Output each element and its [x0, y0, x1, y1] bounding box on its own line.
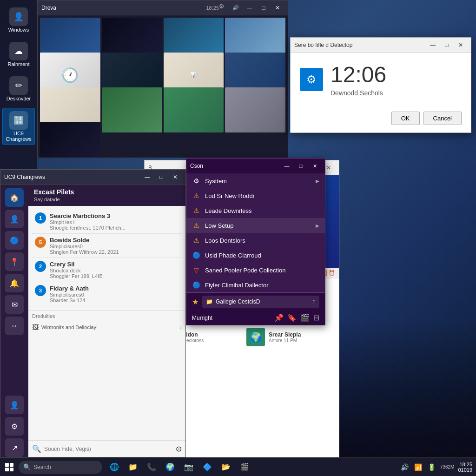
start-button[interactable]: [0, 458, 19, 476]
context-minimize-btn[interactable]: —: [280, 161, 293, 171]
app-sidebar-alert-icon[interactable]: 🔔: [5, 274, 24, 292]
app-minimize-btn[interactable]: —: [141, 172, 154, 182]
file-detail: Durecloross: [179, 338, 237, 343]
app-sidebar-settings-icon[interactable]: ⚙: [5, 417, 24, 436]
taskbar-icon-media[interactable]: 🎬: [236, 459, 253, 476]
sidebar-item-deskovder[interactable]: ✏ Deskovder: [2, 73, 35, 104]
tray-text: 7362M: [440, 464, 455, 469]
file-icon: 🌍: [246, 328, 265, 346]
dialog-buttons: OK Cancel: [291, 106, 471, 132]
contact-name: Fidary & Aath: [50, 285, 179, 292]
contact-list: 1 Searcie Marbctions 3 Simplt les l Shoo…: [28, 206, 185, 310]
file-info: Haldon Durecloross: [179, 331, 237, 343]
app-sidebar-user2-icon[interactable]: 👤: [5, 396, 24, 414]
gallery-volume-icon[interactable]: 🔊: [229, 3, 242, 13]
footer-input-text[interactable]: Gallegie CestcisD: [216, 298, 260, 305]
footer-section-label: Dredulties: [28, 310, 185, 322]
menu-item-saned[interactable]: ▽ Saned Pooler Pode Collection: [186, 263, 325, 278]
bookmark-icon[interactable]: 🔖: [287, 313, 297, 322]
contact-item[interactable]: 2 Crery Sil Shoutca dock Shoggler Fer 19…: [32, 258, 182, 282]
bottom-search-input[interactable]: [44, 446, 173, 452]
system-icon: ⚙: [192, 177, 200, 185]
dialog-ok-btn[interactable]: OK: [391, 112, 420, 125]
dialog-controls: — □ ✕: [426, 40, 467, 50]
gallery-minimize-btn[interactable]: —: [243, 3, 256, 13]
low-setup-arrow-icon: ▶: [316, 223, 319, 228]
app-close-btn[interactable]: ✕: [169, 172, 182, 182]
bottom-search-bar[interactable]: 🔍 ⊙: [28, 440, 185, 457]
taskbar-icon-browser[interactable]: 🌐: [106, 459, 123, 476]
app-sidebar-transfer-icon[interactable]: ↔: [5, 317, 24, 335]
battery-tray-icon[interactable]: 🔋: [427, 463, 436, 472]
taskbar-icon-folder[interactable]: 📂: [218, 459, 234, 476]
gallery-settings-icon[interactable]: ⚙: [219, 3, 225, 13]
network-tray-icon[interactable]: 📶: [413, 463, 423, 472]
camera-icon[interactable]: 🎬: [300, 313, 310, 322]
taskbar-icon-app1[interactable]: 🔷: [199, 459, 216, 476]
contact-info: Crery Sil Shoutca dock Shoggler Fer 199,…: [50, 261, 179, 279]
contact-item[interactable]: 5 Bowids Solde Simplicisures0 Shnglen Fe…: [32, 234, 182, 258]
search-submit-icon[interactable]: ⊙: [176, 444, 182, 453]
dialog-minimize-btn[interactable]: —: [426, 40, 439, 50]
grid-icon[interactable]: ⊟: [313, 313, 319, 322]
dialog-maximize-btn[interactable]: □: [440, 40, 453, 50]
menu-item-system[interactable]: ⚙ Systtem ▶: [186, 173, 325, 188]
footer-action-icons: 📌 🔖 🎬 ⊟: [274, 313, 319, 322]
dialog-description: Dewnodd Sechols: [331, 89, 386, 97]
contact-info: Fidary & Aath Simplcitisures0 Sharder Sv…: [50, 285, 179, 303]
sidebar-item-uc9[interactable]: 🔢 UC9 Changrews: [2, 108, 35, 145]
usid-icon: 🔵: [192, 251, 200, 259]
app-sidebar-share-icon[interactable]: ↗: [5, 438, 24, 457]
photo-thumb[interactable]: [164, 87, 224, 132]
menu-item-usid[interactable]: 🔵 Usid Phade Clarroud: [186, 248, 325, 263]
contact-item[interactable]: 1 Searcie Marbctions 3 Simplt les l Shoo…: [32, 210, 182, 234]
dialog-titlebar: Sere bo fifle d Detectop — □ ✕: [291, 38, 471, 53]
rainment-icon: ☁: [9, 42, 28, 60]
photo-thumb[interactable]: [40, 122, 100, 158]
app-sub-header: Say datade: [34, 197, 180, 202]
taskbar-search-bar[interactable]: 🔍 Search: [19, 461, 102, 474]
volume-tray-icon[interactable]: 🔊: [400, 463, 410, 472]
app-content: Excast Pilets Say datade 1 Searcie Marbc…: [28, 185, 185, 457]
contact-detail: Simplcitisures0: [50, 292, 179, 298]
app-maximize-btn[interactable]: □: [155, 172, 168, 182]
footer-folder-icon: 📁: [206, 298, 213, 305]
menu-item-fiyler[interactable]: 🔵 Fiyler Climibal Dallector: [186, 278, 325, 292]
gallery-close-btn[interactable]: ✕: [271, 3, 284, 13]
app-window: UC9 Changrews — □ ✕ 🏠 👤 🔵 📍 🔔 ✉ ↔ 👤 ⚙ ↗ …: [0, 169, 186, 457]
pin-icon[interactable]: 📌: [274, 313, 284, 322]
menu-item-lod[interactable]: ⚠ Lod Sr New Roddr: [186, 188, 325, 203]
taskbar-clock[interactable]: 18:25 01019: [458, 462, 472, 473]
app-sidebar-contacts-icon[interactable]: 👤: [5, 210, 24, 228]
menu-item-loos[interactable]: ⚠ Loos Dentslors: [186, 233, 325, 248]
app-sidebar-nav-icon[interactable]: 🔵: [5, 231, 24, 250]
dialog-cancel-btn[interactable]: Cancel: [423, 112, 462, 125]
context-close-btn[interactable]: ✕: [308, 161, 321, 171]
contact-detail2: Shoggler Fer 199, L4IB: [50, 273, 179, 279]
contact-item[interactable]: 3 Fidary & Aath Simplcitisures0 Sharder …: [32, 282, 182, 306]
taskbar-icon-chrome[interactable]: 🌍: [162, 459, 178, 476]
taskbar-icon-photos[interactable]: 📷: [180, 459, 197, 476]
app-sidebar-home-icon[interactable]: 🏠: [5, 188, 24, 207]
logo-q1: [5, 463, 9, 467]
sidebar-item-rainment[interactable]: ☁ Rainment: [2, 39, 35, 70]
menu-item-leade[interactable]: ⚠ Leade Downrless: [186, 203, 325, 218]
menu-item-low-setup[interactable]: ⚠ Low Setup ▶: [186, 218, 325, 233]
sidebar-item-windows[interactable]: 👤 Windows: [2, 5, 35, 35]
search-icon: 🔍: [32, 444, 41, 453]
photo-thumb[interactable]: [102, 87, 162, 132]
app-sidebar-mail-icon[interactable]: ✉: [5, 295, 24, 314]
app-sidebar-marker-icon[interactable]: 📍: [5, 252, 24, 271]
file-item[interactable]: 🌍 Srear Slepla Anture 11 PM: [244, 325, 330, 349]
photo-thumb[interactable]: [225, 87, 285, 132]
taskbar-icon-explorer[interactable]: 📁: [125, 459, 141, 476]
taskbar-icon-phone[interactable]: 📞: [143, 459, 160, 476]
dialog-close-btn[interactable]: ✕: [454, 40, 467, 50]
murright-label: Murright: [192, 315, 212, 321]
contact-detail2: Shoogle fenthrest: 1170 Plehch...: [50, 225, 179, 231]
context-maximize-btn[interactable]: □: [294, 161, 307, 171]
footer-upload-icon[interactable]: ↑: [312, 298, 316, 306]
dialog-time: 12:06: [331, 62, 386, 87]
gallery-maximize-btn[interactable]: □: [257, 3, 270, 13]
photo-grid: 🕐 📊: [38, 15, 288, 158]
